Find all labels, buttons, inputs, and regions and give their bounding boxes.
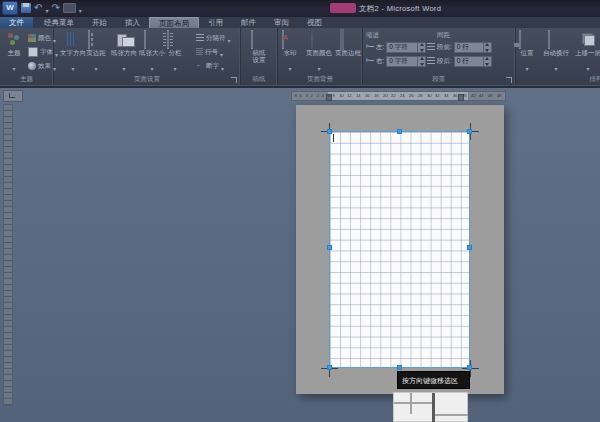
spacing-before-spinner[interactable] (483, 42, 491, 53)
page-borders-button[interactable]: 页面边框 (334, 31, 362, 56)
group-label-paragraph: 段落 (363, 75, 515, 84)
position-button[interactable]: 位置 (514, 31, 540, 75)
group-page-setup: A 文字方向 页边距 纸张方向 纸张大小 分栏 (54, 28, 241, 85)
breaks-button[interactable]: 分隔符 (196, 32, 231, 44)
dropdown-caret-icon (228, 29, 231, 47)
indent-left-spinner[interactable] (417, 42, 425, 53)
themes-button[interactable]: 主题 (1, 31, 27, 75)
position-icon (519, 31, 536, 48)
dropdown-caret-icon (71, 57, 74, 75)
selection-handle-bottom-right[interactable] (467, 365, 472, 370)
indent-left-field[interactable]: 0 字符 (386, 42, 426, 53)
ruler-number: 34 (444, 93, 449, 99)
indent-right-spinner[interactable] (417, 56, 425, 67)
dropdown-caret-icon (525, 57, 528, 75)
watermark-button[interactable]: A 水印 (278, 31, 302, 75)
indent-right-field[interactable]: 0 字符 (386, 56, 426, 67)
save-button[interactable] (21, 2, 31, 14)
h-ruler-numbers: 8642246810121416182022242628303234363842… (294, 92, 503, 100)
theme-effects-icon (28, 62, 36, 70)
group-label-themes: 主题 (0, 75, 53, 84)
columns-button[interactable]: 分栏 (164, 31, 186, 75)
qat-extra-icon[interactable] (63, 3, 76, 13)
word-logo-icon[interactable]: W (2, 1, 18, 15)
save-icon (21, 3, 31, 13)
ruler-number: 8 (333, 93, 335, 99)
wrap-text-button[interactable]: 自动换行 (540, 31, 572, 75)
ruler-number: 32 (435, 93, 440, 99)
line-numbers-icon (196, 48, 203, 56)
ruler-number: 46 (488, 93, 493, 99)
ruler-number: 48 (497, 93, 502, 99)
ruler-number: 2 (311, 93, 313, 99)
undo-button[interactable]: ↶ (34, 2, 42, 14)
group-paragraph: 缩进 左: 0 字符 右: 0 字符 间距 段前: (363, 28, 516, 85)
capture-selection-grid[interactable] (329, 131, 470, 368)
dropdown-caret-icon (586, 57, 589, 75)
ruler-number: 42 (471, 93, 476, 99)
ruler-number: 20 (383, 93, 388, 99)
group-label-page-background: 页面背景 (278, 75, 362, 84)
dropdown-caret-icon (554, 57, 557, 75)
ruler-number: 4 (322, 93, 324, 99)
selection-handle-bottom-mid[interactable] (397, 365, 402, 370)
qat-customize-icon[interactable] (79, 0, 82, 17)
selection-handle-top-mid[interactable] (397, 129, 402, 134)
page-color-icon (311, 31, 328, 48)
selection-handle-top-right[interactable] (467, 129, 472, 134)
tab-page-layout[interactable]: 页面布局 (149, 17, 199, 28)
ruler-number: 4 (305, 93, 307, 99)
group-label-page-setup: 页面设置 (54, 75, 240, 84)
tab-mailings[interactable]: 邮件 (232, 17, 265, 28)
paper-settings-button[interactable]: 稿纸 设置 (245, 31, 273, 63)
theme-colors-button[interactable]: 颜色 (28, 32, 56, 44)
tab-file[interactable]: 文件 (0, 17, 33, 28)
text-direction-button[interactable]: A 文字方向 (59, 31, 87, 75)
group-paper: 稿纸 设置 稿纸 (241, 28, 278, 85)
indent-right-icon (366, 57, 374, 65)
spacing-after-spinner[interactable] (483, 56, 491, 67)
tab-selector[interactable] (3, 90, 23, 102)
tab-home[interactable]: 开始 (83, 17, 116, 28)
spacing-after-row: 段后: 0 行 (427, 55, 492, 67)
orientation-icon (116, 31, 133, 48)
ruler-number: 14 (356, 93, 361, 99)
group-label-paper: 稿纸 (241, 75, 277, 84)
tab-classic-menu[interactable]: 经典菜单 (35, 17, 83, 28)
selection-handle-bottom-left[interactable] (327, 365, 332, 370)
tab-insert[interactable]: 插入 (116, 17, 149, 28)
word-window: W ↶ ↷ 文档2 - Microsoft Word 文件 经典菜单 开始 插入… (0, 0, 600, 422)
margins-button[interactable]: 页边距 (85, 31, 107, 75)
dropdown-caret-icon (221, 57, 224, 75)
page-color-button[interactable]: 页面颜色 (303, 31, 335, 75)
line-numbers-button[interactable]: 行号 (196, 46, 223, 58)
selection-handle-mid-right[interactable] (467, 245, 472, 250)
orientation-button[interactable]: 纸张方向 (110, 31, 138, 75)
dropdown-caret-icon (150, 57, 153, 75)
ruler-number: 26 (409, 93, 414, 99)
size-icon (144, 31, 161, 48)
spacing-before-field[interactable]: 0 行 (454, 42, 492, 53)
theme-icon (6, 31, 23, 48)
redo-button[interactable]: ↷ (51, 2, 59, 14)
spacing-after-field[interactable]: 0 行 (454, 56, 492, 67)
tab-review[interactable]: 审阅 (265, 17, 298, 28)
group-label-arrange: 排列 (556, 75, 600, 84)
selection-handle-mid-left[interactable] (327, 245, 332, 250)
undo-dropdown-icon[interactable] (45, 0, 48, 17)
hyphenation-button[interactable]: 断字 (196, 60, 224, 72)
ruler-number: 22 (391, 93, 396, 99)
window-title: 文档2 - Microsoft Word (359, 4, 441, 14)
tab-references[interactable]: 引用 (199, 17, 232, 28)
ribbon: 主题 颜色 字体 效果 主题 (0, 28, 600, 85)
quick-access-toolbar: W ↶ ↷ (2, 1, 82, 15)
ruler-number: 24 (400, 93, 405, 99)
bring-forward-button[interactable]: 上移一层 (572, 31, 600, 75)
indent-right-row: 右: 0 字符 (366, 55, 426, 67)
theme-effects-button[interactable]: 效果 (28, 60, 56, 72)
tab-view[interactable]: 视图 (298, 17, 331, 28)
title-bar: W ↶ ↷ 文档2 - Microsoft Word (0, 0, 600, 17)
indent-left-row: 左: 0 字符 (366, 41, 426, 53)
indent-left-icon (366, 43, 374, 51)
selection-handle-top-left[interactable] (327, 129, 332, 134)
